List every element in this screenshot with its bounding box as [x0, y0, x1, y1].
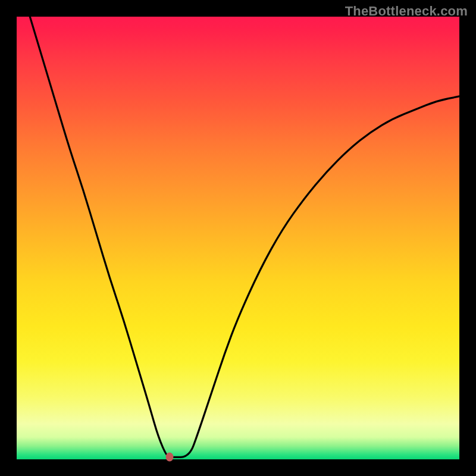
curve-svg — [17, 17, 459, 459]
minimum-marker — [165, 453, 173, 462]
chart-frame: TheBottleneck.com — [0, 0, 476, 476]
curve-path — [30, 17, 459, 457]
plot-area — [17, 17, 459, 459]
